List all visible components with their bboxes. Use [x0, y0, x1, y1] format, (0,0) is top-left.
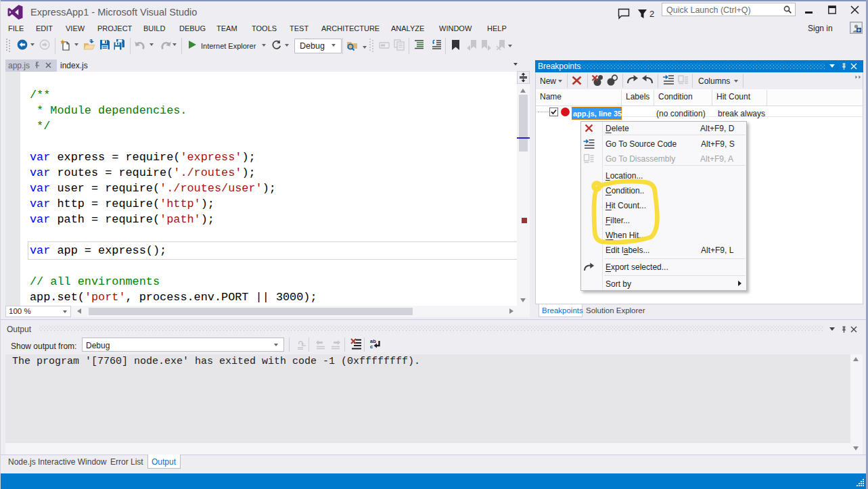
svg-text:c: c	[370, 344, 373, 350]
